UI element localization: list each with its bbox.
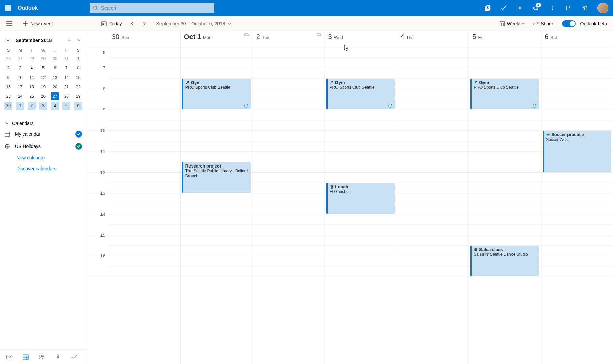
mini-calendar-day[interactable]: 8 [72, 63, 84, 73]
app-launcher-icon[interactable] [0, 0, 16, 16]
svg-rect-28 [500, 22, 505, 26]
day-column[interactable]: Gym PRO Sports Club Seattle Salsa class … [469, 47, 541, 364]
mini-calendar-day[interactable]: 25 [26, 92, 37, 101]
day-column[interactable] [397, 47, 469, 364]
mini-calendar-day[interactable]: 27 [49, 92, 61, 101]
day-header[interactable]: 3 Wed [325, 31, 397, 47]
mini-calendar-day[interactable]: 28 [26, 54, 37, 63]
whats-new-megaphone-icon[interactable]: 4 [528, 0, 544, 16]
mini-calendar-day[interactable]: 20 [49, 82, 61, 92]
mini-calendar-day[interactable]: 23 [3, 92, 14, 101]
mini-calendar-day[interactable]: 6 [72, 101, 84, 111]
mini-calendar-day[interactable]: 3 [37, 101, 49, 111]
mini-calendar-day[interactable]: 9 [3, 73, 14, 82]
mini-calendar-day[interactable]: 13 [49, 73, 61, 82]
prev-week-button[interactable] [126, 21, 138, 26]
mini-calendar-day[interactable]: 27 [14, 54, 26, 63]
mini-calendar-day[interactable]: 29 [37, 54, 49, 63]
calendar-item-check-icon[interactable] [75, 131, 82, 138]
day-column[interactable]: Soccer practice Soccer West [541, 47, 613, 364]
search-input[interactable] [101, 5, 211, 11]
mini-calendar-day[interactable]: 10 [14, 73, 26, 82]
day-header[interactable]: 5 Fri [469, 31, 541, 47]
mini-calendar-day[interactable]: 30 [49, 54, 61, 63]
calendars-section-toggle[interactable]: Calendars [3, 119, 84, 128]
mini-calendar-day[interactable]: 12 [37, 73, 49, 82]
mini-calendar-day[interactable]: 11 [26, 73, 37, 82]
calendar-event[interactable]: Lunch El Gaucho [326, 183, 395, 214]
calendar-event[interactable]: Soccer practice Soccer West [543, 131, 611, 172]
mini-calendar-day[interactable]: 5 [61, 101, 72, 111]
day-column[interactable] [253, 47, 325, 364]
day-column[interactable]: Gym PRO Sports Club Seattle Lunch El Gau… [325, 47, 397, 364]
mini-calendar-day[interactable]: 15 [72, 73, 84, 82]
calendar-item-check-icon[interactable] [75, 143, 82, 150]
mini-calendar-day[interactable]: 29 [72, 92, 84, 101]
mini-calendar-day[interactable]: 26 [37, 92, 49, 101]
account-avatar[interactable] [597, 3, 608, 13]
flag-icon[interactable] [560, 0, 577, 16]
discover-calendars-link[interactable]: Discover calendars [3, 163, 84, 174]
day-header[interactable]: 6 Sat [541, 31, 613, 47]
tasks-icon[interactable] [496, 0, 512, 16]
mini-calendar-day[interactable]: 28 [61, 92, 72, 101]
calendar-event[interactable]: Gym PRO Sports Club Seattle [470, 79, 539, 109]
mini-calendar-day[interactable]: 16 [3, 82, 14, 92]
mini-calendar-day[interactable]: 21 [61, 82, 72, 92]
customize-sliders-icon[interactable] [577, 0, 593, 16]
mini-calendar-day[interactable]: 5 [37, 63, 49, 73]
search-box[interactable] [90, 3, 214, 13]
people-module-icon[interactable] [35, 350, 49, 364]
mini-calendar-prev-month[interactable] [66, 38, 72, 42]
day-header[interactable]: 2 Tue [253, 31, 325, 47]
settings-gear-icon[interactable] [512, 0, 528, 16]
calendar-event[interactable]: Gym PRO Sports Club Seattle [326, 79, 395, 109]
new-calendar-link[interactable]: New calendar [3, 152, 84, 163]
mini-calendar-day[interactable]: 1 [72, 54, 84, 63]
calendar-event[interactable]: Research project The Seattle Public Libr… [182, 162, 251, 193]
mini-calendar-day[interactable]: 3 [14, 63, 26, 73]
mini-calendar-day[interactable]: 24 [14, 92, 26, 101]
mini-calendar-day[interactable]: 4 [26, 63, 37, 73]
mini-calendar-day[interactable]: 30 [3, 101, 14, 111]
share-icon [533, 21, 538, 26]
mini-calendar-day[interactable]: 17 [14, 82, 26, 92]
mini-calendar-day[interactable]: 4 [49, 101, 61, 111]
day-column[interactable]: Gym PRO Sports Club Seattle Research pro… [180, 47, 253, 364]
date-range-selector[interactable]: September 30 – October 6, 2018 [154, 21, 235, 26]
hamburger-menu-icon[interactable] [4, 21, 15, 26]
mini-calendar-day[interactable]: 6 [49, 63, 61, 73]
mini-calendar-day[interactable]: 2 [3, 63, 14, 73]
calendar-list-item[interactable]: My calendar [3, 128, 84, 140]
mini-calendar-day[interactable]: 14 [61, 73, 72, 82]
skype-icon[interactable]: S [479, 0, 496, 16]
calendar-list-item[interactable]: US Holidays [3, 140, 84, 152]
view-selector[interactable]: Week [497, 21, 528, 26]
new-event-button[interactable]: New event [19, 21, 57, 26]
files-module-icon[interactable] [51, 350, 65, 364]
mini-calendar-day[interactable]: 18 [26, 82, 37, 92]
outlook-beta-toggle[interactable] [562, 20, 576, 27]
mini-calendar-next-month[interactable] [75, 38, 82, 42]
mini-calendar-day[interactable]: 1 [14, 101, 26, 111]
mail-module-icon[interactable] [3, 350, 16, 364]
todo-module-icon[interactable] [67, 350, 81, 364]
day-header[interactable]: Oct 1 Mon [180, 31, 253, 47]
help-icon[interactable] [544, 0, 560, 16]
mini-calendar-day[interactable]: 19 [37, 82, 49, 92]
mini-calendar-day[interactable]: 2 [26, 101, 37, 111]
share-button[interactable]: Share [530, 21, 556, 26]
day-header[interactable]: 30 Sun [109, 31, 180, 47]
mini-calendar-day[interactable]: 22 [72, 82, 84, 92]
day-header[interactable]: 4 Thu [397, 31, 469, 47]
mini-calendar-day[interactable]: 7 [61, 63, 72, 73]
mini-calendar-collapse-icon[interactable] [5, 38, 11, 42]
calendar-event[interactable]: Salsa class Salsa N' Seattle Dance Studi… [470, 246, 539, 276]
calendar-module-icon[interactable] [19, 350, 32, 364]
mini-calendar-day[interactable]: 26 [3, 54, 14, 63]
today-button[interactable]: Today [97, 21, 126, 26]
day-column[interactable] [109, 47, 180, 364]
next-week-button[interactable] [138, 21, 150, 26]
calendar-event[interactable]: Gym PRO Sports Club Seattle [182, 79, 251, 109]
mini-calendar-day[interactable]: 31 [61, 54, 72, 63]
